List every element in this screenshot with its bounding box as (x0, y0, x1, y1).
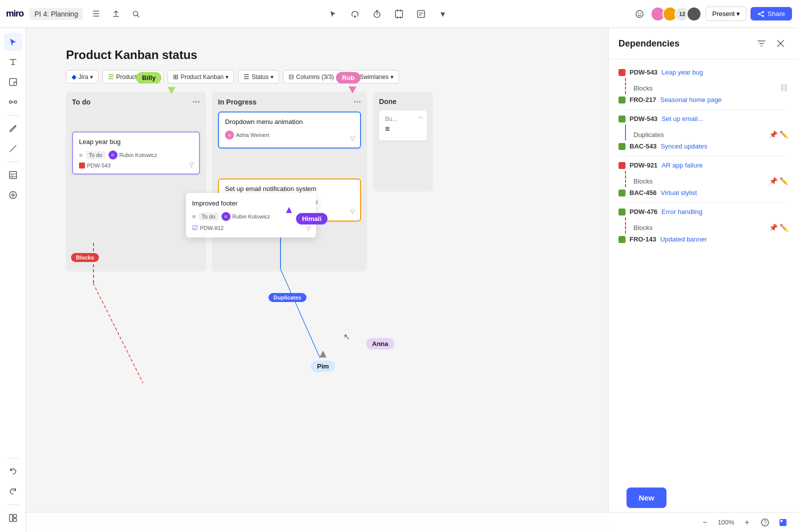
dep-pin-btn-4[interactable]: 📌 (769, 224, 778, 232)
svg-point-24 (14, 101, 16, 104)
svg-rect-12 (418, 10, 424, 18)
help-btn[interactable]: ? (758, 516, 772, 530)
card-dropdown-meta: A Adria Weinert (225, 130, 354, 140)
card-leap-year-meta: ≡ To do R Rubin Kotowicz (79, 150, 193, 160)
close-panel-btn[interactable] (773, 36, 788, 51)
card-leap-year[interactable]: Leap year bug ≡ To do R Rubin Kotowicz P… (72, 132, 200, 174)
tool-undo[interactable] (4, 462, 22, 480)
tool-redo[interactable] (4, 482, 22, 500)
dep-icon-fro217 (618, 96, 626, 104)
dep-title-synced[interactable]: Synced updates (660, 142, 707, 150)
dep-connector-3: Blocks 📌 ✏️ (618, 171, 788, 187)
tool-add[interactable] (4, 186, 22, 204)
dep-title-leap-year[interactable]: Leap year bug (662, 68, 703, 76)
reactions-icon[interactable] (632, 7, 646, 21)
filter-jira[interactable]: ◆ Jira ▾ (66, 70, 98, 84)
tool-more[interactable]: ▾ (434, 5, 452, 23)
svg-point-19 (758, 13, 760, 15)
dep-title-ar-app[interactable]: AR app failure (662, 162, 702, 169)
filter-status[interactable]: ☰ Status ▾ (238, 70, 279, 84)
dep-group-2: PDW-543 Set up email... Duplicates 📌 ✏️ … (608, 110, 798, 150)
tool-sticky[interactable] (4, 73, 22, 91)
map-btn[interactable] (776, 516, 790, 530)
svg-point-17 (762, 11, 764, 13)
cursor-anna: ↖ (344, 332, 350, 342)
dep-edit-btn-3[interactable]: ✏️ (780, 177, 788, 185)
app-logo: miro (6, 8, 24, 19)
share-button[interactable]: Share (750, 7, 792, 20)
tool-text[interactable] (4, 53, 22, 71)
svg-line-40 (280, 268, 320, 358)
dep-ticket-fro143: FRO-143 (630, 236, 656, 243)
tool-line[interactable] (4, 140, 22, 158)
tool-table[interactable] (4, 166, 22, 184)
dep-to-2: BAC-543 Synced updates (618, 142, 788, 150)
filter-columns[interactable]: ⊟ Columns (3/3) ▾ (283, 70, 344, 84)
new-button[interactable]: New (626, 488, 666, 508)
dep-ticket-bac543: BAC-543 (630, 142, 656, 150)
dep-title-error[interactable]: Error handling (662, 208, 702, 216)
tool-timer[interactable] (368, 5, 386, 23)
dep-title-virtual[interactable]: Virtual stylist (660, 189, 697, 196)
tool-frame[interactable] (390, 5, 408, 23)
dep-edit-btn-4[interactable]: ✏️ (780, 224, 788, 232)
present-button[interactable]: Present ▾ (706, 6, 746, 21)
dep-pin-btn-3[interactable]: 📌 (769, 177, 778, 185)
avatar-3 (686, 6, 702, 22)
share-upload-icon[interactable] (109, 7, 123, 21)
dep-relation-4: Blocks 📌 ✏️ (630, 218, 788, 234)
card-pin-icon (188, 161, 195, 170)
dep-pin-btn-2[interactable]: 📌 (769, 130, 778, 138)
card-setup-email-title: Set up email notification system (225, 184, 354, 194)
dep-line-blocks (93, 243, 94, 283)
user-label-billy: Billy (136, 72, 162, 84)
menu-icon[interactable]: ☰ (89, 7, 103, 21)
dep-ticket-pdw543: PDW-543 (630, 68, 658, 76)
card-footer-title: Improved footer (192, 199, 310, 208)
card-done-1[interactable]: Bu... ≡ (379, 110, 427, 140)
svg-line-1 (138, 15, 140, 17)
filter-product-kanban[interactable]: ⊞ Product Kanban ▾ (168, 70, 234, 84)
topbar-center-tools: ▾ (149, 5, 626, 23)
svg-text:?: ? (764, 520, 766, 526)
tool-lasso[interactable] (346, 5, 364, 23)
project-title[interactable]: PI 4: Planning (30, 8, 83, 20)
search-icon[interactable] (129, 7, 143, 21)
zoom-in-btn[interactable]: + (740, 516, 754, 530)
tool-pen[interactable] (4, 120, 22, 138)
bottom-toolbar: − 100% + ? (26, 512, 798, 532)
col-done: Done Bu... ≡ (373, 92, 433, 192)
card-footer-ticket: ☑ PDW-812 (192, 224, 310, 232)
tool-connect[interactable] (4, 93, 22, 111)
dep-svg-line-blue (280, 268, 380, 368)
panel-header-icons (754, 36, 788, 51)
dep-title-banner[interactable]: Updated banner (660, 236, 706, 243)
zoom-out-btn[interactable]: − (698, 516, 712, 530)
svg-point-15 (638, 12, 639, 14)
svg-rect-46 (780, 520, 782, 522)
dep-ticket-bac456: BAC-456 (630, 189, 656, 196)
tool-layout[interactable] (4, 509, 22, 527)
tool-select[interactable] (324, 5, 342, 23)
col-todo-menu[interactable]: ··· (192, 98, 200, 106)
col-todo: To do ··· Leap year bug ≡ To do R Rubin … (66, 92, 206, 272)
card-dropdown[interactable]: Dropdown menu animation A Adria Weinert (218, 112, 361, 148)
dep-group-3: PDW-921 AR app failure Blocks 📌 ✏️ BAC-4… (608, 156, 798, 196)
card-dropdown-title: Dropdown menu animation (225, 118, 354, 126)
dep-label-duplicates: Duplicates (268, 293, 306, 302)
dep-ticket-pdw476: PDW-476 (630, 208, 658, 216)
tool-notes[interactable] (412, 5, 430, 23)
dep-title-seasonal[interactable]: Seasonal home page (660, 96, 722, 104)
dep-to-3: BAC-456 Virtual stylist (618, 189, 788, 196)
dep-icon-pdw921 (618, 162, 626, 169)
dep-relation-2: Duplicates 📌 ✏️ (630, 124, 788, 140)
tool-cursor[interactable] (4, 33, 22, 51)
card-leap-year-title: Leap year bug (79, 138, 193, 146)
dep-title-setup-email[interactable]: Set up email... (662, 115, 703, 122)
col-inprogress-menu[interactable]: ··· (354, 98, 361, 106)
dep-edit-btn-2[interactable]: ✏️ (780, 130, 788, 138)
filter-icon-btn[interactable] (754, 36, 769, 51)
dep-link-btn-1[interactable]: ⛓ (780, 84, 788, 92)
card-setup-pin (349, 208, 356, 216)
svg-line-37 (418, 116, 420, 119)
